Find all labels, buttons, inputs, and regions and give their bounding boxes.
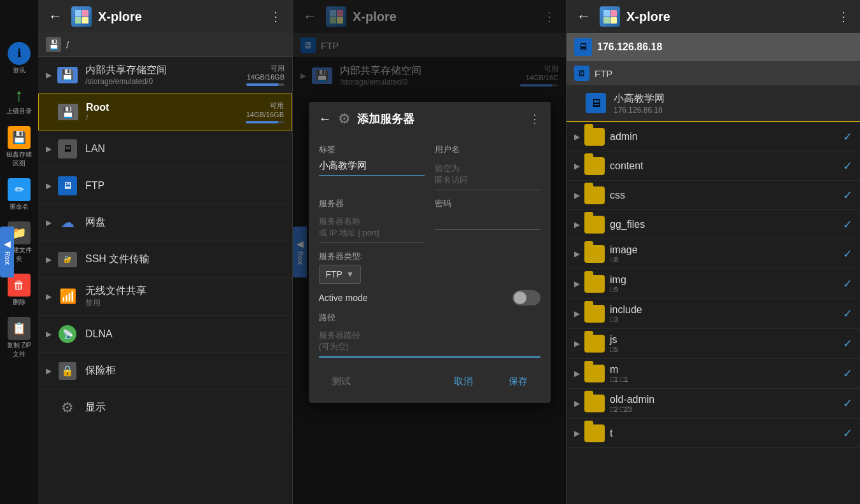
dialog-password-input[interactable] xyxy=(435,212,540,230)
file-info-dlna: DLNA xyxy=(85,328,285,340)
right-ftp-text: FTP xyxy=(595,68,612,79)
expand-cloud: ▶ xyxy=(46,218,56,227)
list-item[interactable]: ▶ img □9 ✓ xyxy=(567,269,860,299)
file-path-internal: /storage/emulated/0 xyxy=(85,77,246,86)
folder-icon xyxy=(584,305,605,322)
file-item-lan[interactable]: ▶ 🖥 LAN xyxy=(38,130,292,167)
right-ftp-icon: 🖥 xyxy=(574,66,589,81)
dialog-tag-input[interactable] xyxy=(319,158,425,176)
right-panel: ← X-plore ⋮ 🖥 176.126.86.18 🖥 FTP 🖥 小高教学… xyxy=(567,0,860,504)
dropdown-arrow-icon: ▼ xyxy=(346,270,354,279)
sidebar-item-disk[interactable]: 💾 磁盘存储区图 xyxy=(1,122,37,172)
file-item-internal[interactable]: ▶ 💾 内部共享存储空间 /storage/emulated/0 可用 14GB… xyxy=(38,57,292,94)
save-button[interactable]: 保存 xyxy=(496,370,540,393)
right-server-icon-wrapper: 🖥 xyxy=(584,92,607,115)
ftp-icon-wrapper: 🖥 xyxy=(56,174,79,197)
right-server-info: 小高教学网 176.126.86.18 xyxy=(614,92,852,115)
dialog-actions: 测试 取消 保存 xyxy=(309,363,551,403)
right-header: ← X-plore ⋮ xyxy=(567,0,860,33)
folder-info: include □3 xyxy=(610,304,843,323)
right-folder-list: ▶ admin ✓ ▶ content ✓ ▶ xyxy=(567,122,860,504)
list-item[interactable]: ▶ gg_files ✓ xyxy=(567,210,860,239)
dialog-path-hint: 服务器路径(可为空) xyxy=(319,326,540,358)
file-item-ssh[interactable]: ▶ 🔐 SSH 文件传输 xyxy=(38,241,292,278)
file-available: 可用 xyxy=(246,64,285,73)
right-ip-icon: 🖥 xyxy=(574,38,592,56)
list-item[interactable]: ▶ m □1 □1 ✓ xyxy=(567,359,860,389)
folder-name: m xyxy=(610,364,843,375)
right-back-button[interactable]: ← xyxy=(574,6,593,27)
left-panel: ℹ 资讯 ↑ 上级目录 💾 磁盘存储区图 ✏ 重命名 📁 新建文件夹 🗑 删除 … xyxy=(0,0,293,504)
active-mode-toggle[interactable] xyxy=(512,290,540,305)
right-server-item[interactable]: 🖥 小高教学网 176.126.86.18 xyxy=(567,85,860,122)
sidebar-item-copy[interactable]: 📋 复制 ZIP 文件 xyxy=(1,313,37,363)
sidebar-item-info[interactable]: ℹ 资讯 xyxy=(1,38,37,79)
checkmark-icon: ✓ xyxy=(843,367,852,381)
file-size: 14GB/16GB xyxy=(246,73,285,81)
expand-ftp: ▶ xyxy=(46,181,56,190)
wifi-icon-wrapper: 📶 xyxy=(56,285,79,308)
list-item[interactable]: ▶ admin ✓ xyxy=(567,122,860,151)
dialog-menu-button[interactable]: ⋮ xyxy=(529,112,540,126)
left-side-tab[interactable]: ◀ Root xyxy=(0,227,14,277)
up-icon: ↑ xyxy=(15,85,24,106)
list-item[interactable]: ▶ include □3 ✓ xyxy=(567,299,860,329)
list-item[interactable]: ▶ t ✓ xyxy=(567,419,860,448)
file-name-root: Root xyxy=(86,102,246,113)
vault-icon: 🔒 xyxy=(59,362,76,380)
dialog-password-label: 密码 xyxy=(435,198,540,209)
checkmark-icon: ✓ xyxy=(843,396,852,410)
toggle-knob xyxy=(514,291,526,304)
middle-panel: ← X-plore ⋮ ◀ Root 🖥 FTP ▶ 💾 内部共享存储空间 /s… xyxy=(293,0,567,504)
list-item[interactable]: ▶ js □5 ✓ xyxy=(567,329,860,359)
file-item-dlna[interactable]: ▶ 📡 DLNA xyxy=(38,316,292,353)
left-back-button[interactable]: ← xyxy=(46,6,65,27)
list-item[interactable]: ▶ image □8 ✓ xyxy=(567,239,860,269)
file-info-internal: 内部共享存储空间 /storage/emulated/0 xyxy=(85,64,246,86)
file-item-cloud[interactable]: ▶ ☁ 网盘 xyxy=(38,204,292,241)
dialog-path-label: 路径 xyxy=(319,312,540,323)
folder-name: img xyxy=(610,274,843,286)
dlna-icon-wrapper: 📡 xyxy=(56,323,79,346)
right-menu-button[interactable]: ⋮ xyxy=(835,6,852,27)
folder-name: js xyxy=(610,334,843,346)
test-button[interactable]: 测试 xyxy=(319,370,363,393)
dialog-overlay: ← ⚙ 添加服务器 ⋮ 标签 用户名 留空为匿名访问 xyxy=(293,0,566,504)
wifi-icon: 📶 xyxy=(59,288,76,305)
folder-info: image □8 xyxy=(610,244,843,263)
dialog-gear-icon: ⚙ xyxy=(338,111,351,127)
dialog-header: ← ⚙ 添加服务器 ⋮ xyxy=(309,102,551,136)
checkmark-icon: ✓ xyxy=(843,130,852,144)
list-item[interactable]: ▶ css ✓ xyxy=(567,181,860,210)
info-icon: ℹ xyxy=(8,42,31,65)
cancel-button[interactable]: 取消 xyxy=(441,370,486,393)
file-item-display[interactable]: ⚙ 显示 xyxy=(38,389,292,426)
folder-count: □5 xyxy=(610,346,843,353)
vault-icon-wrapper: 🔒 xyxy=(56,360,79,382)
folder-name: image xyxy=(610,244,843,256)
folder-icon xyxy=(584,158,605,174)
file-item-wifi[interactable]: ▶ 📶 无线文件共享 禁用 xyxy=(38,278,292,316)
dialog-back-button[interactable]: ← xyxy=(319,111,332,126)
file-item-ftp[interactable]: ▶ 🖥 FTP xyxy=(38,167,292,204)
dialog-server-type-select[interactable]: FTP ▼ xyxy=(319,265,361,284)
left-menu-button[interactable]: ⋮ xyxy=(267,6,285,27)
expand-icon: ▶ xyxy=(574,279,584,288)
right-title: X-plore xyxy=(626,10,828,24)
dialog-password-col: 密码 xyxy=(435,198,540,243)
folder-icon xyxy=(584,425,605,442)
folder-name: admin xyxy=(610,131,843,143)
file-item-root[interactable]: 💾 Root / 可用 14GB/16GB xyxy=(38,94,292,130)
folder-icon xyxy=(584,187,605,204)
sidebar-item-rename[interactable]: ✏ 重命名 xyxy=(1,174,37,215)
sidebar-item-up[interactable]: ↑ 上级目录 xyxy=(1,81,37,120)
file-item-vault[interactable]: ▶ 🔒 保险柜 xyxy=(38,353,292,389)
expand-icon: ▶ xyxy=(574,220,584,229)
folder-name: gg_files xyxy=(610,219,843,230)
list-item[interactable]: ▶ content ✓ xyxy=(567,151,860,181)
file-size-fill xyxy=(246,83,279,86)
folder-name: include xyxy=(610,304,843,316)
file-size-fill-root xyxy=(246,121,278,123)
right-ftp-bar: 🖥 FTP xyxy=(567,61,860,85)
list-item[interactable]: ▶ old-admin □2 □23 ✓ xyxy=(567,389,860,419)
